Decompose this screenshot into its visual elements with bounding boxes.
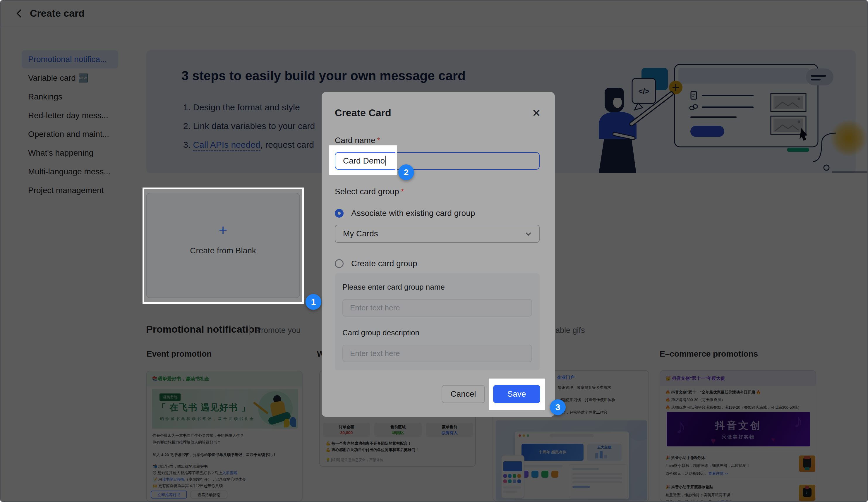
card-group-select[interactable]: My Cards xyxy=(335,225,540,243)
chevron-down-icon xyxy=(526,230,531,236)
text-caret xyxy=(385,156,386,166)
group-desc-label: Card group description xyxy=(342,328,420,337)
create-card-modal: Create Card ✕ Card name* Card Demo Selec… xyxy=(322,92,555,417)
group-name-label: Please enter card group name xyxy=(342,283,445,292)
create-group-panel: Please enter card group name Card group … xyxy=(335,273,540,370)
radio-associate-existing[interactable]: Associate with existing card group xyxy=(335,209,475,218)
app-window: Create card Promotional notifica... Vari… xyxy=(0,0,868,502)
save-button[interactable]: Save xyxy=(493,385,540,403)
required-mark: * xyxy=(377,136,381,145)
annotation-badge-1: 1 xyxy=(306,294,321,310)
group-name-input[interactable] xyxy=(342,299,532,316)
cancel-button[interactable]: Cancel xyxy=(442,385,485,403)
group-desc-input[interactable] xyxy=(342,345,532,362)
radio-selected-icon xyxy=(335,209,343,218)
modal-title: Create Card xyxy=(335,107,391,118)
annotation-badge-2: 2 xyxy=(398,165,414,180)
card-name-input[interactable]: Card Demo xyxy=(335,152,540,170)
card-name-label: Card name* xyxy=(335,136,380,145)
required-mark: * xyxy=(401,187,404,196)
radio-unselected-icon xyxy=(335,259,343,268)
annotation-badge-3: 3 xyxy=(550,399,566,415)
close-icon[interactable]: ✕ xyxy=(532,107,541,119)
radio-create-card-group[interactable]: Create card group xyxy=(335,259,417,268)
select-card-group-label: Select card group* xyxy=(335,187,404,196)
